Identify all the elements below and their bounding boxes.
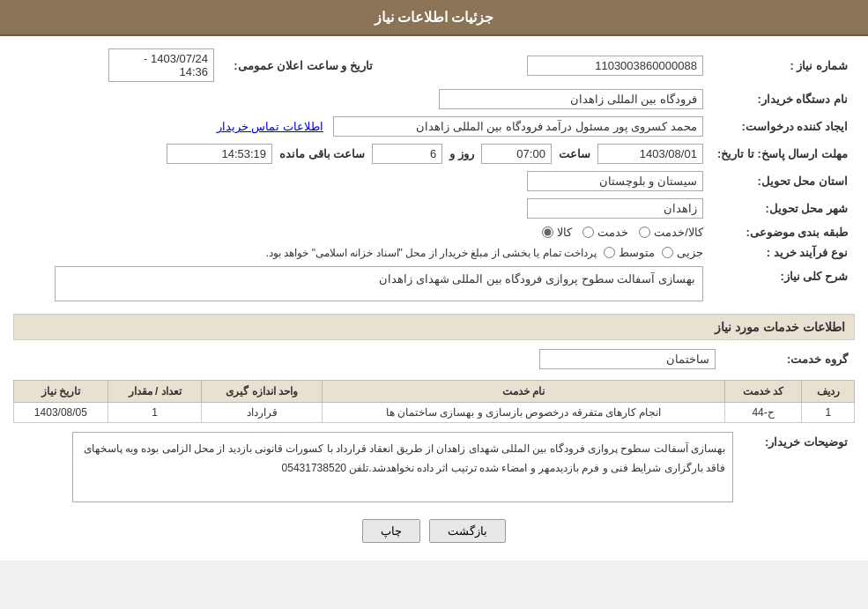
reply-deadline-label: مهلت ارسال پاسخ: تا تاریخ:: [710, 140, 855, 167]
radio-khedmat-input[interactable]: [582, 227, 594, 238]
delivery-city-label: شهر محل تحویل:: [710, 195, 855, 222]
need-number-value: 1103003860000088: [380, 45, 710, 85]
buyer-notes-value: بهسازی آسفالت سطوح پروازی فرودگاه بین ال…: [13, 428, 740, 506]
radio-motavasset[interactable]: متوسط: [604, 246, 655, 259]
info-section: شماره نیاز : 1103003860000088 تاریخ و سا…: [13, 45, 855, 305]
reply-deadline-row: 1403/08/01 ساعت 07:00 روز و 6 ساعت باقی …: [13, 140, 710, 167]
contact-link[interactable]: اطلاعات تماس خریدار: [217, 120, 323, 133]
need-description-value: بهسازی آسفالت سطوح پروازی فرودگاه بین ال…: [13, 263, 710, 305]
creator-value: محمد کسروی پور مسئول درآمد فرودگاه بین ا…: [13, 113, 710, 140]
need-number-field: 1103003860000088: [527, 56, 703, 76]
reply-date-field: 1403/08/01: [597, 144, 703, 164]
service-group-table: گروه خدمت: ساختمان: [13, 345, 855, 373]
services-section-title: اطلاعات خدمات مورد نیاز: [13, 314, 855, 340]
reply-time-field: 07:00: [481, 144, 552, 164]
process-row: جزیی متوسط پرداخت تمام یا بخشی از مبلغ خ…: [13, 242, 710, 263]
delivery-city-value: زاهدان: [13, 195, 710, 222]
creator-field: محمد کسروی پور مسئول درآمد فرودگاه بین ا…: [333, 116, 703, 137]
back-button[interactable]: بازگشت: [429, 519, 506, 543]
delivery-province-field: سیستان و بلوچستان: [527, 171, 703, 191]
need-description-field: بهسازی آسفالت سطوح پروازی فرودگاه بین ال…: [55, 266, 703, 301]
radio-kala-input[interactable]: [542, 227, 553, 238]
category-row: کالا/خدمت خدمت کالا: [13, 222, 710, 242]
delivery-province-value: سیستان و بلوچستان: [13, 167, 710, 195]
col-row-num: ردیف: [802, 381, 855, 403]
radio-khedmat[interactable]: خدمت: [582, 226, 628, 239]
services-table: ردیف کد خدمت نام خدمت واحد اندازه گیری ت…: [13, 380, 855, 423]
service-group-field: ساختمان: [539, 349, 716, 369]
reply-days-field: 6: [372, 144, 442, 164]
table-row: 1ح-44انجام کارهای متفرقه درخصوص بازسازی …: [14, 403, 855, 423]
need-description-label: شرح کلی نیاز:: [710, 263, 855, 305]
buyer-notes-label: توضیحات خریدار:: [740, 428, 855, 506]
buyer-org-value: فرودگاه بین المللی زاهدان: [13, 85, 710, 113]
announce-datetime-field: 1403/07/24 - 14:36: [108, 48, 214, 82]
footer-buttons: بازگشت چاپ: [13, 519, 855, 543]
announce-datetime-label: تاریخ و ساعت اعلان عمومی:: [221, 45, 380, 85]
buyer-notes-section: توضیحات خریدار: بهسازی آسفالت سطوح پرواز…: [13, 428, 855, 506]
col-unit: واحد اندازه گیری: [202, 381, 323, 403]
category-label: طبقه بندی موضوعی:: [710, 222, 855, 242]
radio-motavasset-input[interactable]: [604, 247, 615, 258]
page-title: جزئیات اطلاعات نیاز: [375, 10, 494, 25]
process-note: پرداخت تمام یا بخشی از مبلغ خریدار از مح…: [266, 247, 597, 259]
radio-jozvi[interactable]: جزیی: [662, 246, 703, 259]
col-service-name: نام خدمت: [323, 381, 725, 403]
service-group-value: ساختمان: [13, 345, 723, 373]
reply-days-label: روز و: [449, 147, 474, 160]
col-service-code: کد خدمت: [724, 381, 802, 403]
radio-jozvi-input[interactable]: [662, 247, 673, 258]
radio-kala-khedmat-input[interactable]: [639, 227, 650, 238]
buyer-org-field: فرودگاه بین المللی زاهدان: [439, 89, 703, 109]
print-button[interactable]: چاپ: [362, 519, 420, 543]
delivery-city-field: زاهدان: [527, 198, 703, 219]
radio-kala[interactable]: کالا: [542, 226, 572, 239]
remaining-time-label: ساعت باقی مانده: [279, 147, 365, 160]
buyer-org-label: نام دستگاه خریدار:: [710, 85, 855, 113]
reply-time-label: ساعت: [559, 147, 590, 160]
col-quantity: تعداد / مقدار: [108, 381, 202, 403]
radio-kala-khedmat[interactable]: کالا/خدمت: [639, 226, 703, 239]
buyer-notes-field: بهسازی آسفالت سطوح پروازی فرودگاه بین ال…: [72, 432, 733, 502]
col-need-date: تاریخ نیاز: [14, 381, 108, 403]
delivery-province-label: استان محل تحویل:: [710, 167, 855, 195]
remaining-time-field: 14:53:19: [167, 144, 272, 164]
creator-label: ایجاد کننده درخواست:: [710, 113, 855, 140]
service-group-label: گروه خدمت:: [723, 345, 855, 373]
need-number-label: شماره نیاز :: [710, 45, 855, 85]
page-header: جزئیات اطلاعات نیاز: [0, 0, 868, 36]
process-label: نوع فرآیند خرید :: [710, 242, 855, 263]
announce-datetime-value: 1403/07/24 - 14:36: [13, 45, 221, 85]
